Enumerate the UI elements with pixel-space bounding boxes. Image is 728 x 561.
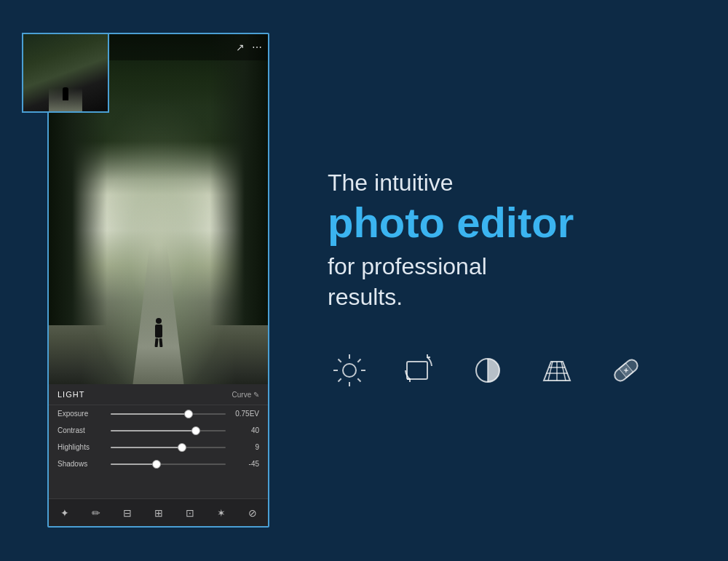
shadows-label: Shadows [58, 460, 105, 468]
highlights-label: Highlights [58, 443, 105, 451]
shadows-track[interactable] [111, 463, 226, 465]
tagline-line4: results. [328, 284, 403, 310]
highlights-value: 9 [232, 443, 259, 451]
thumbnail-image [22, 33, 109, 113]
brightness-svg [331, 351, 368, 389]
contrast-label: Contrast [58, 426, 105, 434]
tagline-lines-3-4: for professional results. [328, 252, 692, 312]
svg-rect-9 [407, 362, 427, 379]
person-silhouette [154, 318, 164, 347]
exposure-value: 0.75EV [232, 410, 259, 418]
share-icon[interactable]: ↗ [236, 41, 245, 53]
feature-icons-row [328, 349, 692, 392]
export-tool-icon[interactable]: ⊡ [186, 507, 194, 519]
perspective-icon [535, 349, 579, 392]
light-tool-icon[interactable]: ✦ [60, 507, 69, 519]
highlights-row: Highlights 9 [49, 439, 268, 455]
shadows-value: -45 [232, 460, 259, 468]
exposure-track[interactable] [111, 413, 226, 415]
healing-svg [607, 351, 645, 389]
shadows-row: Shadows -45 [49, 455, 268, 472]
right-panel: The intuitive photo editor for professio… [291, 0, 728, 561]
section-label: LIGHT [58, 390, 84, 399]
svg-line-5 [339, 359, 341, 362]
contrast-icon [466, 349, 510, 392]
brightness-icon [328, 349, 371, 392]
left-panel: ↩ ⟳ ⊕ ↗ ⋯ LIGHT [0, 0, 291, 561]
exposure-label: Exposure [58, 410, 105, 418]
svg-line-6 [357, 378, 360, 381]
contrast-value: 40 [232, 426, 259, 434]
layers-tool-icon[interactable]: ⊞ [154, 507, 163, 519]
contrast-svg [469, 351, 507, 389]
contrast-track[interactable] [111, 430, 226, 431]
exposure-row: Exposure 0.75EV [49, 405, 268, 422]
edit-panel-header: LIGHT Curve ✎ [49, 384, 268, 405]
tagline-line2: photo editor [328, 199, 692, 246]
curve-button[interactable]: Curve ✎ [232, 391, 259, 399]
edit-panel: LIGHT Curve ✎ Exposure 0.75EV Contrast 4… [49, 384, 268, 526]
svg-line-7 [357, 359, 360, 362]
svg-line-8 [339, 378, 341, 381]
tagline-line3: for professional [328, 253, 487, 279]
svg-point-0 [343, 364, 356, 377]
perspective-svg [538, 351, 576, 389]
bottom-icon-bar: ✦ ✏ ⊟ ⊞ ⊡ ✶ ⊘ [49, 498, 268, 526]
contrast-row: Contrast 40 [49, 422, 268, 439]
tagline-container: The intuitive photo editor for professio… [328, 169, 692, 349]
crop-rotate-svg [400, 351, 438, 389]
retouch-tool-icon[interactable]: ✏ [92, 507, 100, 519]
temperature-tool-icon[interactable]: ⊘ [248, 507, 257, 519]
crop-rotate-icon [397, 349, 440, 392]
brightness-tool-icon[interactable]: ✶ [217, 507, 226, 519]
healing-icon [604, 349, 648, 392]
tagline-line1: The intuitive [328, 169, 692, 196]
crop-tool-icon[interactable]: ⊟ [123, 507, 132, 519]
more-icon[interactable]: ⋯ [252, 41, 262, 53]
highlights-track[interactable] [111, 447, 226, 448]
